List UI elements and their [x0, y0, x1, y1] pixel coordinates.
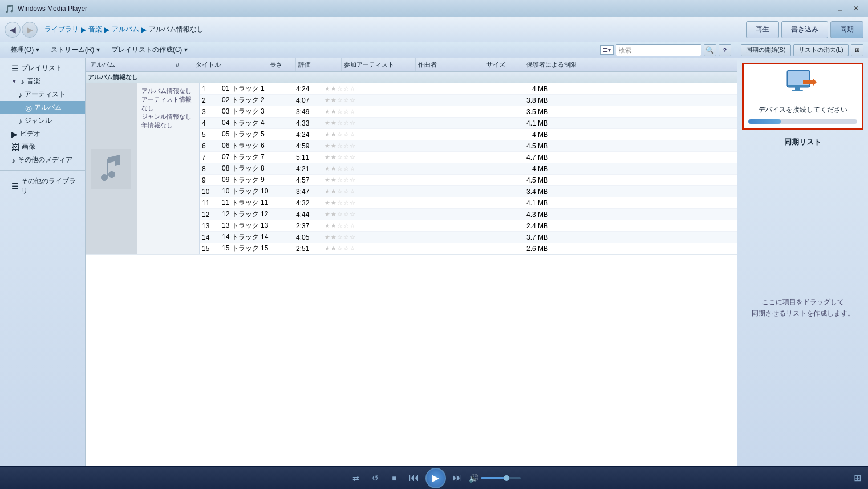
track-row[interactable]: 12 12 トラック 12 4:44 ★★☆☆☆ 4.3 MB	[200, 209, 737, 220]
track-num: 6	[200, 140, 220, 151]
fullscreen-button[interactable]: ⊞	[854, 472, 861, 483]
help-button[interactable]: ?	[719, 44, 731, 56]
track-row[interactable]: 6 06 トラック 6 4:59 ★★☆☆☆ 4.5 MB	[200, 140, 737, 152]
track-row[interactable]: 3 03 トラック 3 3:49 ★★☆☆☆ 3.5 MB	[200, 106, 737, 118]
play-pause-button[interactable]: ▶	[425, 468, 446, 488]
track-rating[interactable]: ★★☆☆☆	[322, 83, 368, 94]
menu-playlist[interactable]: プレイリストの作成(C) ▾	[106, 44, 193, 56]
track-row[interactable]: 7 07 トラック 7 5:11 ★★☆☆☆ 4.7 MB	[200, 152, 737, 163]
sidebar-item-genres[interactable]: ♪ ジャンル	[0, 114, 85, 127]
track-restriction	[550, 232, 607, 243]
maximize-button[interactable]: □	[833, 3, 847, 14]
list-clear-button[interactable]: リストの消去(L)	[793, 44, 849, 56]
track-rating[interactable]: ★★☆☆☆	[322, 197, 368, 208]
col-album[interactable]: アルバム	[88, 58, 173, 71]
sidebar-label-pictures: 画像	[22, 142, 35, 152]
minimize-button[interactable]: —	[817, 3, 832, 14]
back-button[interactable]: ◀	[5, 22, 21, 38]
sidebar-item-albums[interactable]: ◎ アルバム	[0, 101, 85, 114]
track-rating[interactable]: ★★☆☆☆	[322, 220, 368, 231]
track-length: 2:51	[294, 243, 322, 254]
col-composer[interactable]: 作曲者	[416, 58, 484, 71]
forward-button[interactable]: ▶	[22, 22, 38, 38]
burn-button[interactable]: 書き込み	[781, 21, 828, 38]
track-rating[interactable]: ★★☆☆☆	[322, 140, 368, 151]
track-artist	[368, 209, 442, 220]
col-artist[interactable]: 参加アーティスト	[342, 58, 416, 71]
track-length: 3:47	[294, 186, 322, 197]
sidebar-item-artists[interactable]: ♪ アーティスト	[0, 88, 85, 101]
shuffle-button[interactable]: ⇄	[348, 470, 364, 486]
track-length: 4:59	[294, 140, 322, 151]
track-rating[interactable]: ★★☆☆☆	[322, 118, 368, 128]
other-lib-icon: ☰	[11, 181, 19, 191]
sync-button[interactable]: 同期	[830, 21, 863, 38]
sidebar-item-playlists[interactable]: ☰ プレイリスト	[0, 62, 85, 75]
track-row[interactable]: 13 13 トラック 13 2:37 ★★☆☆☆ 2.4 MB	[200, 220, 737, 232]
repeat-button[interactable]: ↺	[367, 470, 383, 486]
track-composer	[442, 152, 510, 163]
menu-manage[interactable]: 整理(O) ▾	[5, 44, 45, 56]
track-composer	[442, 118, 510, 128]
track-rating[interactable]: ★★☆☆☆	[322, 243, 368, 254]
col-title[interactable]: タイトル	[193, 58, 267, 71]
menu-stream[interactable]: ストリーム(R) ▾	[45, 44, 106, 56]
track-artist	[368, 95, 442, 106]
sidebar-item-music[interactable]: ▼ ♪ 音楽	[0, 75, 85, 88]
track-size: 2.6 MB	[510, 243, 550, 254]
sidebar-divider	[0, 170, 85, 175]
track-num: 1	[200, 83, 220, 94]
track-restriction	[550, 220, 607, 231]
play-button[interactable]: 再生	[746, 21, 779, 38]
track-rating[interactable]: ★★☆☆☆	[322, 209, 368, 220]
col-restriction[interactable]: 保護者による制限	[524, 58, 581, 71]
track-row[interactable]: 2 02 トラック 2 4:07 ★★☆☆☆ 3.8 MB	[200, 95, 737, 106]
track-rating[interactable]: ★★☆☆☆	[322, 106, 368, 117]
next-button[interactable]: ⏭	[449, 470, 465, 486]
track-rating[interactable]: ★★☆☆☆	[322, 175, 368, 185]
sidebar-item-video[interactable]: ▶ ビデオ	[0, 127, 85, 140]
track-rating[interactable]: ★★☆☆☆	[322, 163, 368, 174]
track-rating[interactable]: ★★☆☆☆	[322, 232, 368, 243]
track-rating[interactable]: ★★☆☆☆	[322, 186, 368, 197]
track-row[interactable]: 8 08 トラック 8 4:21 ★★☆☆☆ 4 MB	[200, 163, 737, 175]
col-size[interactable]: サイズ	[484, 58, 524, 71]
sidebar-item-other-lib[interactable]: ☰ その他のライブラリ	[0, 175, 85, 197]
volume-slider[interactable]	[481, 477, 521, 479]
track-row[interactable]: 1 01 トラック 1 4:24 ★★☆☆☆ 4 MB	[200, 83, 737, 95]
track-restriction	[550, 95, 607, 106]
track-composer	[442, 220, 510, 231]
sort-dropdown[interactable]: ☰▾	[600, 45, 614, 55]
close-button[interactable]: ✕	[849, 3, 863, 14]
breadcrumb-albums[interactable]: アルバム	[112, 25, 139, 34]
album-genre-info: ジャンル情報なし	[141, 112, 194, 121]
track-row[interactable]: 10 10 トラック 10 3:47 ★★☆☆☆ 3.4 MB	[200, 186, 737, 197]
expand-list-button[interactable]: ⊞	[851, 44, 863, 56]
track-rating[interactable]: ★★☆☆☆	[322, 152, 368, 163]
col-num[interactable]: #	[173, 58, 193, 71]
track-row[interactable]: 15 15 トラック 15 2:51 ★★☆☆☆ 2.6 MB	[200, 243, 737, 254]
track-row[interactable]: 5 05 トラック 5 4:24 ★★☆☆☆ 4 MB	[200, 129, 737, 140]
search-input[interactable]	[616, 44, 701, 56]
track-rating[interactable]: ★★☆☆☆	[322, 129, 368, 140]
track-rating[interactable]: ★★☆☆☆	[322, 95, 368, 106]
track-size: 4.5 MB	[510, 175, 550, 185]
sidebar-label-playlists: プレイリスト	[21, 63, 62, 73]
search-button[interactable]: 🔍	[704, 44, 716, 56]
sidebar-section-main: ☰ プレイリスト ▼ ♪ 音楽 ♪ アーティスト ◎ アルバム ♪ ジャンル ▶	[0, 60, 85, 168]
sync-start-button[interactable]: 同期の開始(S)	[741, 44, 791, 56]
volume-thumb[interactable]	[504, 475, 509, 481]
track-row[interactable]: 14 14 トラック 14 4:05 ★★☆☆☆ 3.7 MB	[200, 232, 737, 243]
stop-button[interactable]: ■	[387, 470, 403, 486]
col-rating[interactable]: 評価	[296, 58, 342, 71]
sync-device-text: デバイスを接続してください	[759, 105, 847, 115]
col-length[interactable]: 長さ	[267, 58, 296, 71]
prev-button[interactable]: ⏮	[406, 470, 422, 486]
sidebar-item-pictures[interactable]: 🖼 画像	[0, 140, 85, 153]
track-row[interactable]: 4 04 トラック 4 4:33 ★★☆☆☆ 4.1 MB	[200, 118, 737, 129]
sidebar-item-other-media[interactable]: ♪ その他のメディア	[0, 153, 85, 167]
breadcrumb-library[interactable]: ライブラリ	[44, 25, 79, 34]
breadcrumb-music[interactable]: 音楽	[88, 25, 102, 34]
track-row[interactable]: 9 09 トラック 9 4:57 ★★☆☆☆ 4.5 MB	[200, 175, 737, 186]
track-row[interactable]: 11 11 トラック 11 4:32 ★★☆☆☆ 4.1 MB	[200, 197, 737, 209]
